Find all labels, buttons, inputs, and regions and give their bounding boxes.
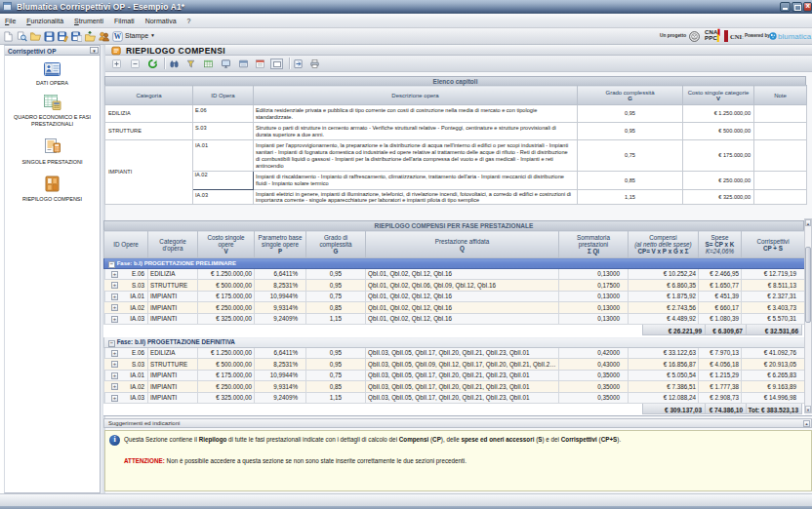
svg-text:W: W (114, 32, 122, 41)
